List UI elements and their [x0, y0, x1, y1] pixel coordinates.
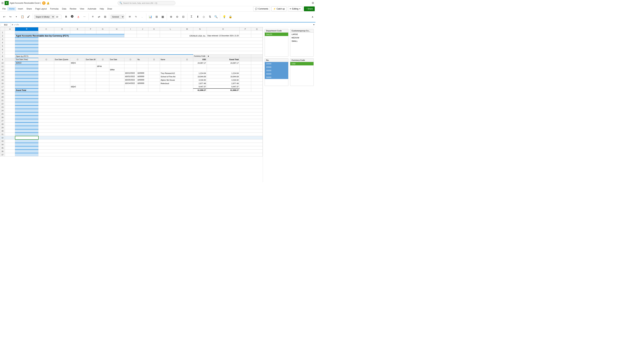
cell-l9[interactable]: Name: [160, 58, 181, 61]
cell-g9[interactable]: ☐: [96, 58, 109, 61]
cell-i16[interactable]: ⊟3/14/2022: [124, 82, 137, 85]
more-button[interactable]: ···: [82, 12, 87, 21]
col-header-i[interactable]: I: [124, 27, 137, 31]
cell-n13[interactable]: 1,214.64: [193, 72, 207, 75]
menu-file[interactable]: File: [1, 7, 7, 11]
share-button[interactable]: ↑ Share: [304, 6, 315, 11]
font-size-input[interactable]: [55, 15, 61, 19]
redo-button[interactable]: ↪: [8, 12, 13, 21]
menu-automate[interactable]: Automate: [86, 7, 98, 11]
spreadsheet[interactable]: A B C D E F G H I J K L M N O P Q: [0, 27, 263, 182]
cell-b1[interactable]: [15, 31, 39, 34]
slicer-item[interactable]: 40000: [265, 72, 288, 76]
cell-o16[interactable]: 2,877.48: [207, 82, 239, 85]
slicer-item[interactable]: LARGE: [290, 32, 314, 36]
align-left-button[interactable]: ≡: [90, 12, 96, 21]
cell-g1[interactable]: [96, 31, 109, 34]
menu-formulas[interactable]: Formulas: [49, 7, 60, 11]
slicer-item[interactable]: 20000: [265, 66, 288, 69]
cell-i13[interactable]: ⊟3/12/2022: [124, 72, 137, 75]
col-header-j[interactable]: J: [137, 27, 148, 31]
menu-view[interactable]: View: [78, 7, 86, 11]
col-header-h[interactable]: H: [109, 27, 124, 31]
search-box[interactable]: 🔍 Search for tools, help, and more (Alt …: [118, 1, 175, 5]
cell-m9[interactable]: ☐: [181, 58, 193, 61]
cell-o10[interactable]: 24,097.17: [207, 61, 239, 65]
cell-m1[interactable]: [181, 31, 193, 34]
cell-e10[interactable]: ⊟Qtr1: [70, 61, 85, 65]
cell-j2[interactable]: [137, 34, 148, 38]
menu-share[interactable]: Share: [25, 7, 34, 11]
cell-j16[interactable]: ⊟50000: [137, 82, 148, 85]
bold-button[interactable]: B: [63, 12, 69, 21]
cell-j15[interactable]: ⊟40000: [137, 78, 148, 82]
slicer-item[interactable]: SMALL: [290, 40, 314, 43]
cell-j1[interactable]: [137, 31, 148, 34]
cell-c9[interactable]: ☐: [39, 58, 54, 61]
cell-b3[interactable]: [15, 38, 39, 41]
col-header-m[interactable]: M: [181, 27, 193, 31]
format-cells-button[interactable]: ⊟: [181, 12, 186, 21]
undo-button[interactable]: ↩: [1, 12, 7, 21]
col-header-c[interactable]: C: [39, 27, 54, 31]
cell-h12[interactable]: ⊟Mar: [109, 68, 124, 72]
col-header-q[interactable]: Q: [251, 27, 263, 31]
cell-m2[interactable]: CRONUS USA, Inc.: [181, 34, 207, 38]
formula-input[interactable]: [20, 23, 312, 27]
cell-p1[interactable]: [239, 31, 251, 34]
settings-icon[interactable]: ⚙: [312, 1, 314, 4]
format-painter-button[interactable]: 🖌: [26, 12, 31, 21]
col-header-o[interactable]: O: [207, 27, 239, 31]
cell-b2[interactable]: Aged Accounts Receivable due by Currency…: [15, 34, 124, 38]
cell-o8[interactable]: ▼: [207, 54, 239, 58]
col-header-d[interactable]: D: [54, 27, 70, 31]
accounting-button[interactable]: $€: [127, 12, 133, 21]
number-format-select[interactable]: General: [111, 15, 124, 19]
clear-button[interactable]: ◇: [201, 12, 207, 21]
col-header-b[interactable]: B: [15, 27, 39, 31]
cell-o14[interactable]: 19,944.69: [207, 75, 239, 78]
merge-button[interactable]: ⊞: [102, 12, 108, 21]
cell-l2[interactable]: [160, 34, 181, 38]
slicer-item[interactable]: 30000: [265, 69, 288, 72]
cell-a1[interactable]: [5, 31, 15, 34]
slicer-item[interactable]: 50000: [265, 76, 288, 79]
cell-o1[interactable]: [207, 31, 239, 34]
catchup-button[interactable]: ⚡ Catch up: [271, 6, 287, 11]
cell-d9[interactable]: Due Date (Quarte: [54, 58, 70, 61]
slicer-item[interactable]: 10000: [265, 62, 288, 66]
cell-reference-input[interactable]: [1, 23, 11, 27]
cell-i14[interactable]: ⊟3/31/2022: [124, 75, 137, 78]
fill-color-button[interactable]: 🅐: [70, 12, 75, 21]
paste-button[interactable]: 📋: [20, 12, 25, 21]
cell-l14[interactable]: School of Fine Art: [160, 75, 181, 78]
cell-d1[interactable]: [54, 31, 70, 34]
insert-cells-button[interactable]: ⊕: [168, 12, 174, 21]
cell-o9[interactable]: Grand Total: [207, 58, 239, 61]
cell-k9[interactable]: ☐: [148, 58, 160, 61]
autosum-button[interactable]: Σ: [189, 12, 194, 21]
cell-j13[interactable]: ⊟20000: [137, 72, 148, 75]
cell-b8[interactable]: Open by (FCY): [15, 54, 193, 58]
font-color-button[interactable]: A: [76, 12, 81, 21]
col-header-p[interactable]: P: [239, 27, 251, 31]
down-arrow-button[interactable]: ▼: [14, 12, 19, 21]
delete-cells-button[interactable]: ⊖: [174, 12, 180, 21]
cell-o18[interactable]: 61,898.27: [207, 88, 239, 92]
cell-l15[interactable]: Alpine Ski House: [160, 78, 181, 82]
percent-button[interactable]: %: [133, 12, 139, 21]
cell-o15[interactable]: 4,316.92: [207, 78, 239, 82]
col-header-k[interactable]: K: [148, 27, 160, 31]
cell-k2[interactable]: [148, 34, 160, 38]
table-format-button[interactable]: ⊞: [154, 12, 159, 21]
cell-l16[interactable]: Relecloud: [160, 82, 181, 85]
cell-n9[interactable]: USD: [193, 58, 207, 61]
col-header-l[interactable]: L: [160, 27, 181, 31]
menu-draw[interactable]: Draw: [106, 7, 114, 11]
cell-b18[interactable]: Grand Total: [15, 88, 39, 92]
font-name-select[interactable]: Segoe UI (Body): [34, 15, 55, 19]
cell-l13[interactable]: Trey Research12: [160, 72, 181, 75]
cell-o13[interactable]: 1,214.64: [207, 72, 239, 75]
cell-n18[interactable]: 61,898.27: [193, 88, 207, 92]
slicer-item[interactable]: USD: [290, 62, 314, 66]
